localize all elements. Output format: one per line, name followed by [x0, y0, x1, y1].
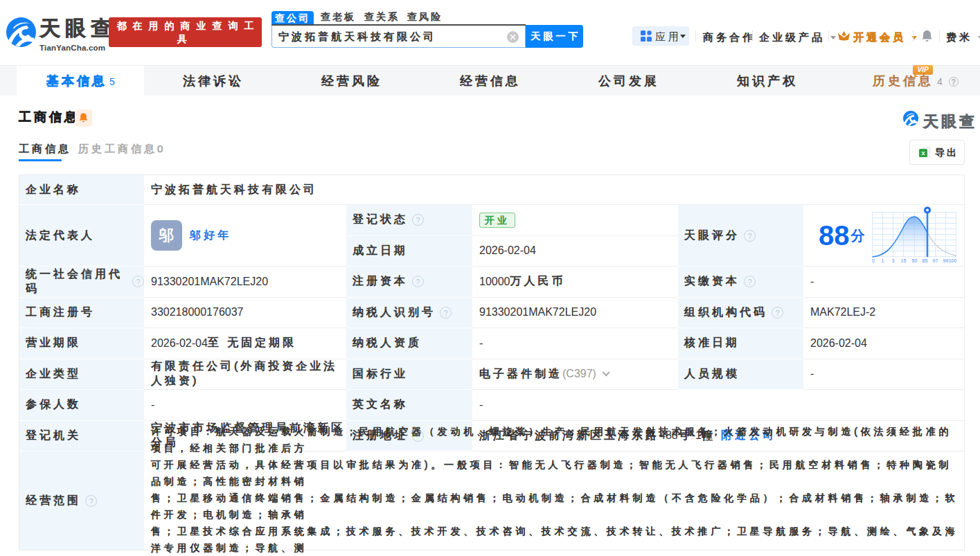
svg-text:x: x	[921, 150, 925, 156]
svg-text:1: 1	[882, 258, 884, 263]
svg-text:85: 85	[923, 258, 928, 263]
svg-text:0: 0	[872, 258, 875, 263]
svg-text:50: 50	[912, 258, 918, 263]
svg-text:15: 15	[901, 258, 907, 263]
svg-text:3: 3	[892, 258, 895, 263]
svg-text:100: 100	[949, 258, 957, 263]
svg-text:97: 97	[933, 258, 938, 263]
svg-text:99: 99	[943, 258, 949, 263]
